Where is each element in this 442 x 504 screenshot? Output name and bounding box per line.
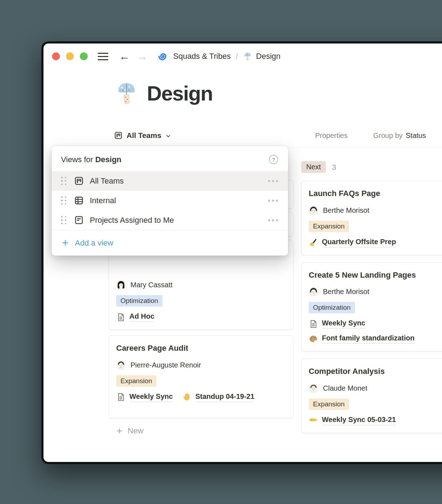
- project-card[interactable]: Competitor Analysis Claude Monet Expansi…: [301, 359, 442, 433]
- document-icon: [116, 313, 125, 322]
- add-view-button[interactable]: + Add a view: [52, 230, 288, 256]
- person-name: Pierre-Auguste Renoir: [130, 361, 201, 369]
- view-row-label: Projects Assigned to Me: [90, 216, 267, 225]
- page-link[interactable]: Weekly Sync: [116, 392, 173, 402]
- page-link-label: Ad Hoc: [129, 312, 154, 322]
- group-by-value: Status: [406, 132, 426, 140]
- board-column-next: Next 3 Launch FAQs Page Berthe Morisot E…: [301, 161, 442, 440]
- zoom-window-button[interactable]: [80, 52, 88, 60]
- view-row-internal[interactable]: Internal: [52, 191, 288, 210]
- page-link-label: Weekly Sync 05-03-21: [322, 416, 396, 425]
- current-view-label: All Teams: [127, 131, 161, 140]
- group-header: Next 3: [301, 161, 442, 173]
- page-wind-chime-emoji-icon[interactable]: [114, 81, 139, 106]
- project-card[interactable]: Create 5 New Landing Pages Berthe Moriso…: [301, 262, 442, 352]
- new-card-button[interactable]: + New: [109, 426, 293, 436]
- card-title: Launch FAQs Page: [309, 189, 442, 199]
- person-row: Berthe Morisot: [309, 287, 442, 297]
- wind-chime-icon: [243, 52, 252, 61]
- board-view-icon: [74, 176, 84, 186]
- page-link[interactable]: Weekly Sync: [309, 319, 365, 329]
- view-toolbar: All Teams Properties Group by Status: [43, 128, 442, 143]
- view-row-options-icon[interactable]: [267, 178, 279, 184]
- traffic-lights: [52, 52, 88, 60]
- tag-badge: Optimization: [309, 302, 355, 313]
- writing-hand-emoji-icon: [309, 238, 318, 247]
- page-link-label: Standup 04-19-21: [195, 392, 255, 402]
- handshake-emoji-icon: [309, 416, 318, 425]
- page-link[interactable]: Quarterly Offsite Prep: [309, 238, 396, 247]
- views-popup-title: Views for Design: [61, 155, 122, 164]
- tag-badge: Expansion: [309, 221, 349, 232]
- group-by-button[interactable]: Group by Status: [373, 128, 426, 143]
- person-name: Claude Monet: [323, 384, 368, 392]
- page-title[interactable]: Design: [147, 81, 212, 105]
- project-card[interactable]: Careers Page Audit Pierre-Auguste Renoir…: [109, 335, 293, 418]
- workspace-spiral-logo-icon[interactable]: [157, 51, 168, 62]
- card-title: Competitor Analysis: [309, 366, 442, 377]
- tag-badge: Expansion: [116, 375, 156, 387]
- close-window-button[interactable]: [52, 52, 60, 60]
- minimize-window-button[interactable]: [66, 52, 74, 60]
- chevron-down-icon: [165, 133, 171, 139]
- avatar-claude-monet: [309, 384, 318, 393]
- page-link[interactable]: Ad Hoc: [116, 312, 154, 322]
- tag-badge: Expansion: [309, 398, 349, 410]
- breadcrumb: Squads & Tribes / Design: [157, 51, 281, 62]
- board-view-icon: [114, 131, 123, 140]
- svg-text:?: ?: [272, 156, 275, 163]
- views-popup: Views for Design ? All Teams: [52, 146, 288, 256]
- breadcrumb-page[interactable]: Design: [256, 52, 280, 61]
- group-status-badge[interactable]: Next: [301, 161, 326, 173]
- view-row-projects-assigned-to-me[interactable]: Projects Assigned to Me: [52, 210, 288, 230]
- forward-button[interactable]: →: [137, 51, 148, 62]
- properties-button[interactable]: Properties: [315, 128, 348, 143]
- view-row-options-icon[interactable]: [267, 217, 279, 223]
- page-link[interactable]: Font family standardization: [309, 334, 415, 344]
- document-icon: [116, 392, 125, 402]
- table-view-icon: [74, 196, 84, 205]
- tag-badge: Optimization: [116, 295, 163, 307]
- group-count: 3: [332, 163, 336, 171]
- raised-hand-emoji-icon: [182, 392, 191, 402]
- plus-icon: +: [62, 237, 68, 248]
- page-link[interactable]: Standup 04-19-21: [182, 392, 255, 402]
- views-popup-title-prefix: Views for: [61, 155, 93, 164]
- view-switcher[interactable]: All Teams: [114, 128, 171, 143]
- breadcrumb-separator: /: [236, 52, 238, 61]
- view-row-all-teams[interactable]: All Teams: [52, 171, 288, 191]
- new-card-label: New: [128, 426, 143, 436]
- page-header: Design: [114, 81, 212, 106]
- page-link-label: Weekly Sync: [129, 392, 173, 402]
- avatar-pierre-auguste-renoir: [116, 360, 126, 370]
- person-name: Berthe Morisot: [323, 206, 369, 215]
- person-row: Berthe Morisot: [309, 206, 442, 215]
- page-link-label: Weekly Sync: [322, 319, 365, 329]
- back-button[interactable]: ←: [119, 51, 130, 62]
- breadcrumb-workspace[interactable]: Squads & Tribes: [173, 52, 231, 61]
- plus-icon: +: [117, 426, 122, 436]
- sidebar-toggle-icon[interactable]: [98, 53, 108, 60]
- view-row-label: All Teams: [90, 176, 267, 186]
- app-window: ← → Squads & Tribes / Design: [43, 43, 442, 462]
- artist-palette-emoji-icon: [309, 334, 318, 344]
- titlebar: ← → Squads & Tribes / Design: [52, 51, 281, 62]
- person-row: Pierre-Auguste Renoir: [116, 360, 286, 370]
- drag-handle-icon[interactable]: [61, 196, 66, 205]
- card-links: Weekly Sync Standup 04-19-21: [116, 392, 286, 402]
- view-row-options-icon[interactable]: [267, 197, 279, 204]
- page-link-label: Quarterly Offsite Prep: [322, 238, 396, 247]
- person-row: Claude Monet: [309, 384, 442, 393]
- help-icon[interactable]: ?: [268, 154, 279, 165]
- page-link-label: Font family standardization: [322, 334, 415, 344]
- view-row-label: Internal: [90, 196, 267, 205]
- page-link[interactable]: Weekly Sync 05-03-21: [309, 416, 396, 425]
- drag-handle-icon[interactable]: [61, 216, 66, 225]
- drag-handle-icon[interactable]: [61, 177, 66, 185]
- group-by-label: Group by: [373, 132, 402, 140]
- card-links: Quarterly Offsite Prep: [309, 238, 442, 247]
- person-name: Berthe Morisot: [323, 288, 369, 296]
- project-card[interactable]: Launch FAQs Page Berthe Morisot Expansio…: [301, 181, 442, 255]
- add-view-label: Add a view: [75, 238, 113, 248]
- card-title: Create 5 New Landing Pages: [309, 270, 442, 281]
